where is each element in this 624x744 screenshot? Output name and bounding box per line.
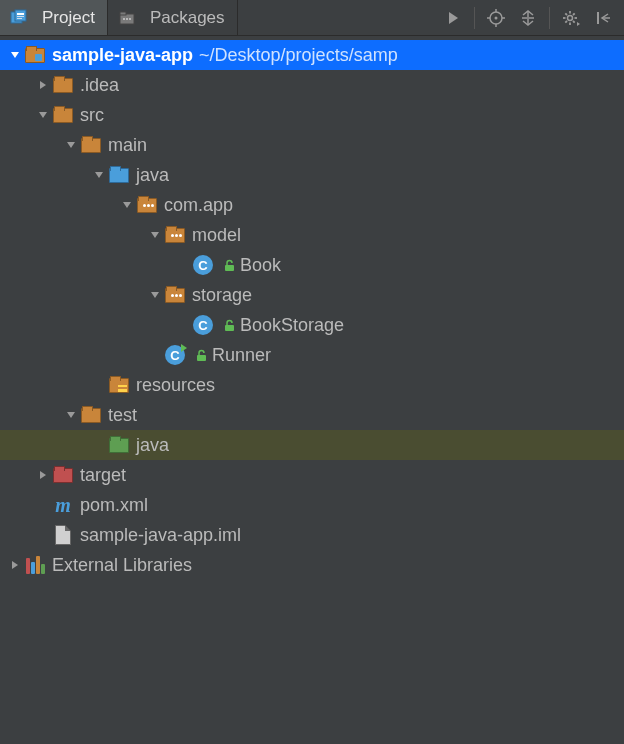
runnable-class-icon: C [164,344,186,366]
tree-root-path: ~/Desktop/projects/samp [199,45,398,66]
package-folder-icon [136,194,158,216]
svg-marker-45 [12,561,18,569]
svg-marker-37 [123,202,131,208]
unlocked-icon [222,319,236,332]
expand-arrow-icon[interactable] [118,196,136,214]
svg-line-28 [573,13,575,15]
tree-item-label: java [136,435,169,456]
resources-folder-icon [108,374,130,396]
svg-point-7 [123,18,125,20]
svg-point-9 [129,18,131,20]
svg-marker-34 [39,112,47,118]
project-tree[interactable]: sample-java-app ~/Desktop/projects/samp … [0,36,624,580]
tree-item-label: test [108,405,137,426]
tree-item-src[interactable]: src [0,100,624,130]
settings-gear-icon[interactable] [556,3,586,33]
tree-item-external-libraries[interactable]: External Libraries [0,550,624,580]
hide-panel-icon[interactable] [588,3,618,33]
library-icon [24,554,46,576]
collapse-arrow-icon[interactable] [34,76,52,94]
svg-rect-2 [17,13,24,15]
class-icon: C [192,254,214,276]
expand-arrow-icon[interactable] [34,106,52,124]
tree-item-java-main[interactable]: java [0,160,624,190]
svg-marker-33 [40,81,46,89]
tree-item-target[interactable]: target [0,460,624,490]
svg-rect-41 [225,325,234,331]
locate-icon[interactable] [481,3,511,33]
expand-arrow-icon[interactable] [6,46,24,64]
tree-item-class-book[interactable]: C Book [0,250,624,280]
svg-line-26 [573,21,575,23]
svg-marker-36 [95,172,103,178]
tree-item-pkg-com-app[interactable]: com.app [0,190,624,220]
tree-item-pkg-storage[interactable]: storage [0,280,624,310]
tree-item-label: java [136,165,169,186]
folder-icon [52,104,74,126]
tree-item-java-test[interactable]: java [0,430,624,460]
svg-marker-43 [67,412,75,418]
svg-marker-40 [151,292,159,298]
tab-packages[interactable]: Packages [108,0,238,35]
expand-arrow-icon[interactable] [62,406,80,424]
svg-line-27 [565,21,567,23]
project-tool-toolbar: Project Packages [0,0,624,36]
tab-project-label: Project [42,8,95,28]
tree-item-pkg-model[interactable]: model [0,220,624,250]
svg-rect-39 [225,265,234,271]
svg-marker-29 [577,22,580,26]
tree-item-pom[interactable]: m pom.xml [0,490,624,520]
tree-item-label: .idea [80,75,119,96]
tree-item-label: resources [136,375,215,396]
expand-arrow-icon[interactable] [146,286,164,304]
tree-item-label: pom.xml [80,495,148,516]
tab-packages-label: Packages [150,8,225,28]
maven-file-icon: m [52,494,74,516]
package-folder-icon [164,224,186,246]
tree-item-label: Book [240,255,281,276]
tree-item-label: Runner [212,345,271,366]
collapse-arrow-icon[interactable] [6,556,24,574]
svg-marker-10 [449,12,458,24]
toolbar-actions [438,0,624,35]
expand-arrow-icon[interactable] [90,166,108,184]
tree-item-test[interactable]: test [0,400,624,430]
collapse-all-icon[interactable] [513,3,543,33]
tree-item-class-bookstorage[interactable]: C BookStorage [0,310,624,340]
tree-item-class-runner[interactable]: C Runner [0,340,624,370]
folder-icon [52,74,74,96]
file-icon [52,524,74,546]
tree-item-label: src [80,105,104,126]
tree-item-idea[interactable]: .idea [0,70,624,100]
tree-item-label: BookStorage [240,315,344,336]
class-icon: C [192,314,214,336]
tab-project[interactable]: Project [0,0,108,35]
svg-marker-44 [40,471,46,479]
tree-item-label: main [108,135,147,156]
source-folder-icon [108,164,130,186]
svg-point-8 [126,18,128,20]
tree-item-resources[interactable]: resources [0,370,624,400]
expand-arrow-icon[interactable] [146,226,164,244]
tree-item-label: storage [192,285,252,306]
project-tab-icon [8,7,30,29]
tree-item-main[interactable]: main [0,130,624,160]
expand-arrow-icon[interactable] [62,136,80,154]
svg-rect-42 [197,355,206,361]
tree-item-iml[interactable]: sample-java-app.iml [0,520,624,550]
collapse-arrow-icon[interactable] [34,466,52,484]
tree-root-label: sample-java-app [52,45,193,66]
excluded-folder-icon [52,464,74,486]
tree-item-label: target [80,465,126,486]
tree-item-label: External Libraries [52,555,192,576]
tree-root-module[interactable]: sample-java-app ~/Desktop/projects/samp [0,40,624,70]
folder-icon [80,404,102,426]
folder-icon [80,134,102,156]
svg-marker-32 [11,52,19,58]
svg-rect-3 [17,16,24,17]
svg-point-12 [495,16,498,19]
tree-item-label: sample-java-app.iml [80,525,241,546]
svg-rect-1 [15,10,26,21]
run-configuration-icon[interactable] [438,3,468,33]
tree-item-label: com.app [164,195,233,216]
